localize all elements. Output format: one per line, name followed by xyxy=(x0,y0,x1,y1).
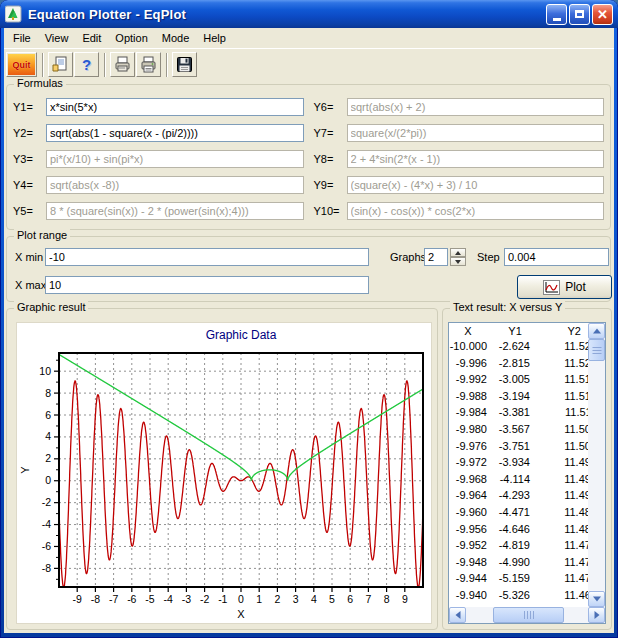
table-row[interactable]: -9.948-4.99011.475 xyxy=(449,556,605,573)
table-cell: -9.944 xyxy=(449,572,487,584)
toolbar-separator xyxy=(166,53,168,77)
formula-input-y8 xyxy=(347,150,605,168)
table-row[interactable]: -9.956-4.64611.483 xyxy=(449,523,605,540)
table-cell: 11.507 xyxy=(530,423,597,435)
table-row[interactable]: -9.988-3.19411.515 xyxy=(449,390,605,407)
table-row[interactable]: -9.976-3.75111.503 xyxy=(449,440,605,457)
spinner-up-icon xyxy=(455,251,461,255)
table-row[interactable]: -9.944-5.15911.471 xyxy=(449,572,605,589)
menu-item-help[interactable]: Help xyxy=(196,30,233,46)
graphs-input[interactable] xyxy=(424,248,448,266)
formula-row-y3: Y3= xyxy=(13,146,304,172)
table-cell: 11.495 xyxy=(530,473,597,485)
text-result-group: Text result: X versus Y X Y1 Y2 -10.000-… xyxy=(442,308,612,630)
table-row[interactable]: -9.940-5.32611.467 xyxy=(449,589,605,606)
svg-text:0: 0 xyxy=(45,474,51,486)
menu-item-mode[interactable]: Mode xyxy=(155,30,197,46)
formula-input-y1[interactable] xyxy=(46,98,304,116)
table-row[interactable]: -9.972-3.93411.499 xyxy=(449,456,605,473)
table-row[interactable]: -9.952-4.81911.479 xyxy=(449,539,605,556)
quit-button[interactable]: Quit xyxy=(6,52,37,77)
svg-text:-8: -8 xyxy=(42,562,51,574)
print-button[interactable] xyxy=(136,52,161,77)
maximize-button[interactable] xyxy=(569,4,590,25)
quit-icon: Quit xyxy=(8,54,35,75)
xmax-input[interactable] xyxy=(45,276,369,294)
table-cell: 11.479 xyxy=(530,539,597,551)
vertical-scroll-thumb[interactable] xyxy=(588,339,605,361)
svg-text:9: 9 xyxy=(402,593,408,605)
scroll-down-icon xyxy=(593,597,601,602)
table-cell: -4.990 xyxy=(487,556,530,568)
help-button[interactable]: ? xyxy=(74,52,99,77)
table-cell: -3.567 xyxy=(487,423,530,435)
table-row[interactable]: -9.996-2.81511.523 xyxy=(449,357,605,374)
formula-input-y3 xyxy=(46,150,304,168)
spinner-down-icon xyxy=(455,260,461,264)
toolbar-separator xyxy=(104,53,106,77)
scroll-up-button[interactable] xyxy=(588,323,605,339)
menu-item-view[interactable]: View xyxy=(38,30,76,46)
table-row[interactable]: -9.968-4.11411.495 xyxy=(449,473,605,490)
scroll-left-icon xyxy=(455,611,460,619)
copy-icon xyxy=(52,56,69,73)
table-cell: -9.992 xyxy=(449,373,487,385)
table-row[interactable]: -10.000-2.62411.527 xyxy=(449,340,605,357)
save-button[interactable] xyxy=(172,52,197,77)
scroll-left-button[interactable] xyxy=(449,607,466,623)
y-axis-label: Y xyxy=(19,466,31,474)
xmin-input[interactable] xyxy=(45,248,369,266)
svg-text:-2: -2 xyxy=(200,593,209,605)
horizontal-scrollbar[interactable] xyxy=(449,607,605,623)
table-row[interactable]: -9.992-3.00511.519 xyxy=(449,373,605,390)
graphic-result-group: Graphic result -9-8-7-6-5-4-3-2-10123456… xyxy=(6,308,438,630)
scroll-right-icon xyxy=(594,611,599,619)
plot-range-group: Plot range X min X max Graphs Step Plot xyxy=(6,236,611,302)
copy-button[interactable] xyxy=(48,52,73,77)
formula-input-y9 xyxy=(347,176,605,194)
table-cell: -3.005 xyxy=(487,373,530,385)
table-cell: 11.515 xyxy=(530,390,597,402)
formula-input-y7 xyxy=(347,124,605,142)
formulas-grid: Y1= Y2= Y3= Y4= Y5= xyxy=(13,94,604,224)
graphs-spinner-down-button[interactable] xyxy=(450,257,466,266)
close-button[interactable]: ✕ xyxy=(592,4,613,25)
table-cell: -3.194 xyxy=(487,390,530,402)
toolbar: Quit ? xyxy=(4,48,614,80)
vertical-scrollbar[interactable] xyxy=(588,323,605,607)
step-input[interactable] xyxy=(504,248,609,266)
scroll-down-button[interactable] xyxy=(588,591,605,607)
table-row[interactable]: -9.980-3.56711.507 xyxy=(449,423,605,440)
formula-row-y5: Y5= xyxy=(13,198,304,224)
table-cell: 11.527 xyxy=(530,340,597,352)
plot-button-label: Plot xyxy=(565,280,586,294)
table-row[interactable]: -9.964-4.29311.491 xyxy=(449,489,605,506)
formula-input-y2[interactable] xyxy=(46,124,304,142)
table-cell: -9.996 xyxy=(449,357,487,369)
horizontal-scroll-thumb[interactable] xyxy=(493,607,565,623)
save-icon xyxy=(176,56,193,73)
menu-item-file[interactable]: File xyxy=(6,30,38,46)
plot-button[interactable]: Plot xyxy=(517,275,612,299)
scroll-right-button[interactable] xyxy=(588,607,605,623)
svg-text:-9: -9 xyxy=(73,593,82,605)
formula-row-y9: Y9= xyxy=(314,172,605,198)
svg-text:-6: -6 xyxy=(42,540,51,552)
formula-row-y10: Y10= xyxy=(314,198,605,224)
formula-label-y10: Y10= xyxy=(314,205,347,217)
formula-row-y1: Y1= xyxy=(13,94,304,120)
svg-text:-1: -1 xyxy=(218,593,227,605)
formula-input-y5 xyxy=(46,202,304,220)
menu-item-option[interactable]: Option xyxy=(108,30,154,46)
menu-item-edit[interactable]: Edit xyxy=(75,30,108,46)
table-cell: -9.976 xyxy=(449,440,487,452)
table-row[interactable]: -9.984-3.38111.511 xyxy=(449,406,605,423)
client-area: File View Edit Option Mode Help Quit xyxy=(4,28,614,633)
table-row[interactable]: -9.960-4.47111.487 xyxy=(449,506,605,523)
print-preview-button[interactable] xyxy=(110,52,135,77)
minimize-button[interactable] xyxy=(546,4,567,25)
table-cell: -3.751 xyxy=(487,440,530,452)
close-icon: ✕ xyxy=(597,8,608,21)
svg-text:4: 4 xyxy=(45,430,51,442)
graphs-spinner-up-button[interactable] xyxy=(450,248,466,257)
